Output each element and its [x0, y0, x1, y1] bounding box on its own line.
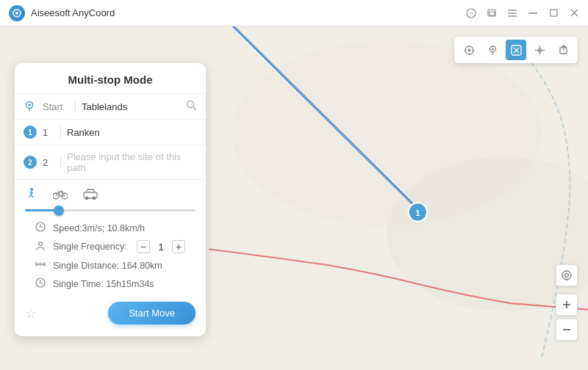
speed-info-row: Speed:3m/s; 10.8km/h — [25, 219, 196, 237]
zoom-out-button[interactable] — [556, 319, 578, 341]
distance-info-row: Single Distance: 164.80km — [25, 256, 196, 275]
svg-line-77 — [40, 283, 43, 284]
stop-number-1: 1 — [43, 127, 54, 138]
stop-dot-1: 1 — [24, 126, 37, 139]
bottom-row: ☆ Start Move — [15, 293, 206, 324]
minimize-button[interactable] — [528, 8, 538, 18]
time-label: Single Time: 15h15m34s — [53, 279, 185, 289]
frequency-value: 1 — [156, 242, 166, 253]
favorite-button[interactable]: ☆ — [25, 305, 37, 322]
slider-thumb[interactable] — [54, 206, 64, 216]
zoom-in-button[interactable] — [556, 294, 578, 316]
svg-rect-10 — [551, 10, 557, 16]
svg-rect-5 — [490, 12, 495, 15]
panel: Multi-stop Mode Start Tablelands — [15, 63, 206, 336]
start-row: Start Tablelands — [15, 94, 206, 120]
start-label: Start — [43, 101, 69, 112]
app-title: Aiseesoft AnyCoord — [31, 7, 466, 18]
menu-button[interactable] — [507, 8, 517, 18]
svg-line-53 — [30, 193, 34, 194]
svg-point-64 — [93, 197, 96, 200]
stop-divider-2 — [60, 156, 61, 168]
transport-row — [25, 187, 196, 203]
panel-title: Multi-stop Mode — [15, 63, 206, 94]
bike-icon[interactable] — [53, 188, 68, 203]
svg-point-47 — [187, 101, 194, 108]
map-area[interactable]: 1 — [0, 26, 588, 370]
speed-section: Speed:3m/s; 10.8km/h Single Frequency: −… — [15, 180, 206, 293]
help-button[interactable]: ? — [466, 8, 476, 18]
svg-point-20 — [467, 48, 470, 51]
slider-track — [25, 209, 196, 211]
frequency-icon — [35, 241, 47, 253]
svg-line-48 — [193, 107, 197, 111]
window-controls: ? — [466, 8, 579, 18]
walk-icon[interactable] — [25, 187, 38, 203]
my-location-button[interactable] — [556, 264, 578, 286]
speed-slider-container[interactable] — [25, 209, 196, 211]
distance-label: Single Distance: 164.80km — [53, 261, 185, 271]
transport-icons — [25, 187, 196, 203]
map-toolbar — [454, 37, 578, 63]
frequency-label: Single Frequency: — [53, 242, 131, 252]
start-search-button[interactable] — [186, 100, 197, 113]
time-icon — [35, 278, 47, 290]
frequency-row: Single Frequency: − 1 + — [25, 237, 196, 256]
svg-text:?: ? — [470, 10, 473, 17]
zoom-controls — [556, 264, 578, 341]
toolbar-export-btn[interactable] — [553, 40, 573, 60]
svg-point-61 — [61, 191, 63, 193]
svg-point-49 — [30, 188, 33, 191]
stop-value-1[interactable]: Ranken — [67, 127, 197, 138]
toolbar-cross-btn[interactable] — [529, 40, 550, 60]
start-value: Tablelands — [82, 101, 180, 112]
stop-number-2: 2 — [43, 157, 54, 168]
stop-value-2[interactable]: Please input the site of this path — [67, 151, 197, 173]
app-logo — [9, 5, 25, 21]
speed-icon — [35, 222, 47, 234]
svg-line-52 — [31, 195, 33, 197]
time-info-row: Single Time: 15h15m34s — [25, 275, 196, 293]
stop-dot-2: 2 — [24, 156, 37, 169]
svg-point-45 — [28, 104, 31, 106]
restore-button[interactable] — [548, 8, 559, 18]
toolbar-location-btn[interactable] — [459, 40, 479, 60]
svg-point-68 — [39, 242, 43, 245]
title-bar: Aiseesoft AnyCoord ? — [0, 0, 588, 26]
close-button[interactable] — [569, 8, 579, 18]
stop-row-1: 1 1 Ranken — [15, 120, 206, 145]
start-location-icon — [24, 100, 37, 113]
frequency-controls: − 1 + — [137, 240, 185, 253]
svg-point-63 — [85, 197, 89, 200]
distance-icon — [35, 259, 47, 272]
windows-button[interactable] — [487, 8, 497, 18]
svg-point-1 — [15, 12, 18, 15]
stop-row-2: 2 2 Please input the site of this path — [15, 145, 206, 180]
start-divider — [75, 101, 76, 112]
toolbar-pin-btn[interactable] — [482, 40, 503, 60]
start-move-button[interactable]: Start Move — [108, 302, 196, 324]
svg-point-36 — [565, 274, 569, 278]
frequency-increase-button[interactable]: + — [172, 240, 185, 253]
stop-divider-1 — [60, 126, 61, 138]
svg-point-26 — [492, 48, 494, 50]
car-icon[interactable] — [82, 188, 98, 203]
toolbar-route-btn[interactable] — [506, 40, 526, 60]
frequency-decrease-button[interactable]: − — [137, 240, 150, 253]
svg-point-35 — [562, 271, 571, 280]
speed-label: Speed:3m/s; 10.8km/h — [53, 223, 185, 233]
svg-text:1: 1 — [415, 208, 420, 217]
